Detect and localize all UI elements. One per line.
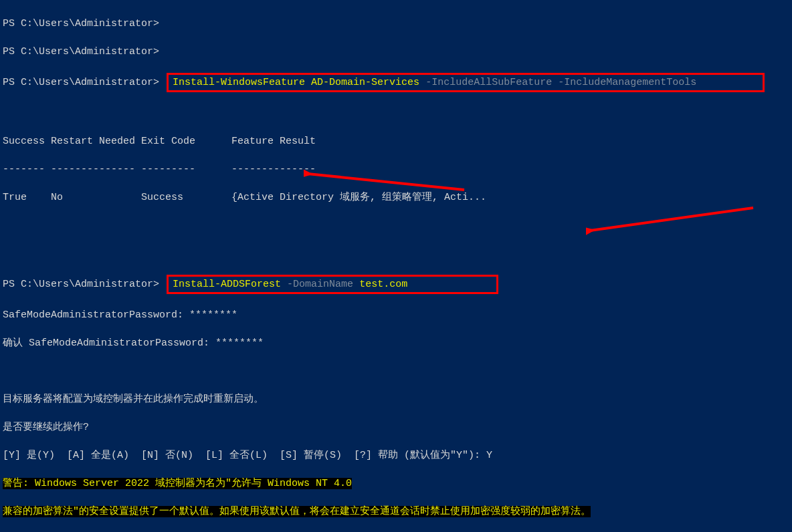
warning-line: 兼容的加密算法"的安全设置提供了一个默认值。如果使用该默认值，将会在建立安全通道…	[3, 505, 789, 519]
ps-prompt: PS C:\Users\Administrator>	[3, 77, 159, 88]
output-line: SafeModeAdministratorPassword: ********	[3, 308, 789, 322]
prompt-line: [Y] 是(Y) [A] 全是(A) [N] 否(N) [L] 全否(L) [S…	[3, 448, 789, 462]
output-line: PS C:\Users\Administrator> Install-Windo…	[3, 73, 789, 92]
ps-prompt: PS C:\Users\Administrator>	[3, 46, 159, 57]
output-line: 确认 SafeModeAdministratorPassword: ******…	[3, 336, 789, 350]
table-row: True No Success {Active Directory 域服务, 组…	[3, 190, 789, 205]
powershell-terminal[interactable]: PS C:\Users\Administrator> PS C:\Users\A…	[0, 0, 792, 532]
table-separator: ------- -------------- --------- -------…	[3, 162, 789, 176]
cmd-param: -DomainName	[287, 279, 359, 290]
highlight-box-cmd2: Install-ADDSForest -DomainName test.com	[167, 275, 498, 294]
output-line: PS C:\Users\Administrator>	[3, 45, 789, 59]
cmd-arg: test.com	[359, 279, 407, 290]
output-line: 是否要继续此操作?	[3, 420, 789, 434]
blank-line	[3, 247, 789, 261]
blank-line	[3, 364, 789, 378]
ps-prompt: PS C:\Users\Administrator>	[3, 18, 159, 29]
warning-text: 兼容的加密算法"的安全设置提供了一个默认值。如果使用该默认值，将会在建立安全通道…	[3, 506, 591, 517]
warning-line: 警告: Windows Server 2022 域控制器为名为"允许与 Wind…	[3, 477, 789, 491]
output-line: 目标服务器将配置为域控制器并在此操作完成时重新启动。	[3, 392, 789, 406]
output-line: PS C:\Users\Administrator> Install-ADDSF…	[3, 275, 789, 294]
table-header: Success Restart Needed Exit Code Feature…	[3, 134, 789, 148]
cmd-param: -IncludeAllSubFeature -IncludeManagement…	[425, 77, 696, 88]
cmd-text: Install-ADDSForest	[173, 279, 287, 290]
svg-line-1	[308, 174, 464, 190]
blank-line	[3, 106, 789, 120]
highlight-box-cmd1: Install-WindowsFeature AD-Domain-Service…	[167, 73, 765, 92]
arrow-annotation-2	[586, 176, 760, 251]
blank-line	[3, 219, 789, 233]
cmd-text: Install-WindowsFeature AD-Domain-Service…	[173, 77, 425, 88]
output-line: PS C:\Users\Administrator>	[3, 17, 789, 31]
ps-prompt: PS C:\Users\Administrator>	[3, 279, 159, 290]
warning-text: 警告: Windows Server 2022 域控制器为名为"允许与 Wind…	[3, 478, 352, 489]
